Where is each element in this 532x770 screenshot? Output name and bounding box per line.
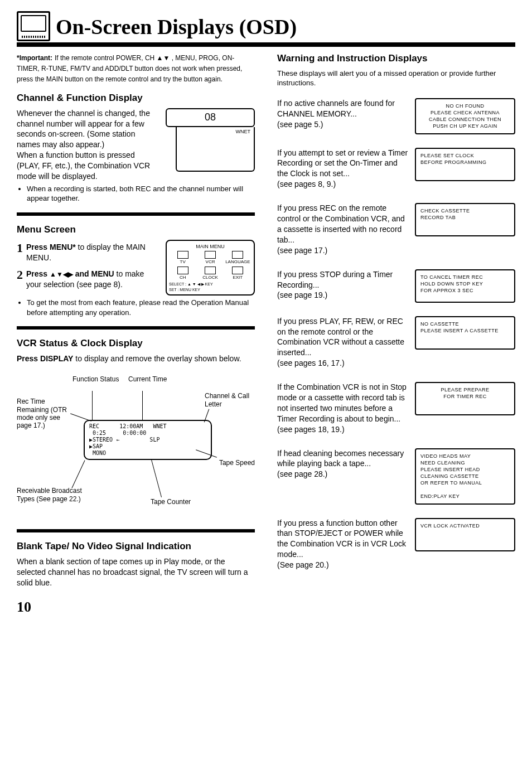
warning-intro: These displays will alert you of a misse…: [277, 69, 515, 88]
osd-message-box: NO CH FOUND PLEASE CHECK ANTENNA CABLE C…: [415, 98, 515, 134]
warning-text: If you press a function button other tha…: [277, 518, 408, 570]
step2-bold-a: Press: [26, 269, 50, 278]
warning-row: If you press a function button other tha…: [277, 518, 515, 570]
menu-footer-2: SET : MENU KEY: [169, 288, 252, 292]
warning-row: If you press REC on the remote control o…: [277, 203, 515, 255]
menu-ch-icon: [177, 267, 188, 274]
menu-label-clock: CLOCK: [202, 275, 218, 280]
vcr-text-rest: to display and remove the overlay shown …: [73, 354, 241, 363]
label-channel-call: Channel & Call Letter: [205, 392, 255, 408]
step2-bold-b: and MENU: [73, 269, 114, 278]
menu-exit-icon: [232, 267, 243, 274]
menu-vcr-icon: [205, 251, 216, 259]
warning-list: If no active channels are found for CHAN…: [277, 98, 515, 570]
warning-text: If you press PLAY, FF, REW, or REC on th…: [277, 316, 408, 369]
channel-call-letters: WNET: [236, 128, 251, 135]
osd-message-box: TO CANCEL TIMER REC HOLD DOWN STOP KEY F…: [415, 269, 515, 303]
label-current-time: Current Time: [128, 375, 167, 383]
menu-footer-1: SELECT : ▲ ▼ ◀ ▶ KEY: [169, 282, 252, 287]
vcr-text-bold: Press DISPLAY: [17, 354, 73, 363]
heading-menu-screen: Menu Screen: [17, 224, 255, 236]
channel-number: 08: [205, 110, 216, 124]
channel-paragraph-2: When a function button is pressed (PLAY,…: [17, 150, 160, 182]
page-header: On-Screen Displays (OSD): [17, 11, 515, 47]
left-column: *Important: If the remote control POWER,…: [17, 52, 255, 617]
menu-language-icon: [232, 251, 243, 259]
warning-text: If you press STOP during a Timer Recordi…: [277, 269, 408, 301]
page-number: 10: [17, 597, 255, 617]
menu-label-language: LANGUAGE: [225, 259, 250, 264]
label-function-status: Function Status: [72, 375, 119, 383]
important-label: *Important:: [17, 54, 52, 62]
screen-line-5: MONO: [89, 450, 206, 457]
warning-text: If you press REC on the remote control o…: [277, 203, 408, 255]
osd-message-box: CHECK CASSETTE RECORD TAB: [415, 203, 515, 236]
screen-line-4: ▶SAP: [89, 443, 206, 450]
heading-warning-displays: Warning and Instruction Displays: [277, 52, 515, 65]
screen-line-1: REC 12:00AM WNET: [89, 423, 206, 430]
warning-text: If the Combination VCR is not in Stop mo…: [277, 382, 408, 434]
step-2: 2 Press ▲▼◀▶ and MENU to make your selec…: [17, 269, 160, 290]
label-tape-speed: Tape Speed: [219, 459, 255, 467]
channel-paragraph-1: Whenever the channel is changed, the cha…: [17, 108, 160, 151]
tv-icon: [17, 11, 50, 41]
menu-label-tv: TV: [180, 259, 186, 264]
menu-label-vcr: VCR: [206, 259, 215, 264]
channel-bullet: When a recording is started, both REC an…: [27, 184, 255, 204]
step-number-1: 1: [17, 242, 23, 263]
warning-text: If you attempt to set or review a Timer …: [277, 148, 408, 190]
warning-row: If head cleaning becomes necessary while…: [277, 448, 515, 505]
menu-clock-icon: [205, 267, 216, 274]
main-menu-diagram: MAIN MENU TV VCR LANGUAGE CH CLOCK EXIT …: [166, 240, 255, 296]
page-title: On-Screen Displays (OSD): [56, 13, 297, 41]
menu-label-exit: EXIT: [233, 275, 243, 280]
right-column: Warning and Instruction Displays These d…: [277, 52, 515, 617]
menu-label-ch: CH: [180, 275, 186, 280]
heading-channel-function: Channel & Function Display: [17, 92, 255, 105]
menu-title: MAIN MENU: [169, 243, 252, 250]
step1-bold: Press MENU*: [26, 243, 76, 251]
warning-row: If you press PLAY, FF, REW, or REC on th…: [277, 316, 515, 369]
channel-display-diagram: 08 WNET: [166, 108, 255, 172]
label-tape-counter: Tape Counter: [151, 498, 191, 506]
warning-row: If the Combination VCR is not in Stop mo…: [277, 382, 515, 434]
arrow-keys-icon: ▲▼◀▶: [50, 270, 73, 278]
osd-message-box: PLEASE SET CLOCK BEFORE PROGRAMMING: [415, 148, 515, 181]
important-note: *Important: If the remote control POWER,…: [17, 52, 255, 84]
screen-line-3: ▶STEREO ← SLP: [89, 437, 206, 443]
osd-message-box: PLEASE PREPARE FOR TIMER REC: [415, 382, 515, 415]
osd-message-box: VCR LOCK ACTIVATED: [415, 518, 515, 551]
vcr-status-diagram: Function Status Current Time Channel & C…: [17, 375, 255, 520]
step-1: 1 Press MENU* to display the MAIN MENU.: [17, 242, 160, 263]
heading-blank-tape: Blank Tape/ No Video Signal Indication: [17, 540, 255, 553]
osd-message-box: NO CASSETTE PLEASE INSERT A CASSETTE: [415, 316, 515, 350]
warning-row: If you press STOP during a Timer Recordi…: [277, 269, 515, 303]
blank-tape-text: When a blank section of tape comes up in…: [17, 556, 255, 588]
warning-text: If head cleaning becomes necessary while…: [277, 448, 408, 480]
warning-row: If you attempt to set or review a Timer …: [277, 148, 515, 190]
screen-line-2: 0:25 0:00:00: [89, 430, 206, 437]
warning-row: If no active channels are found for CHAN…: [277, 98, 515, 134]
menu-bullet: To get the most from each feature, pleas…: [27, 298, 255, 317]
warning-text: If no active channels are found for CHAN…: [277, 98, 408, 130]
osd-message-box: VIDEO HEADS MAY NEED CLEANING PLEASE INS…: [415, 448, 515, 505]
menu-tv-icon: [177, 251, 188, 259]
vcr-status-screen: REC 12:00AM WNET 0:25 0:00:00 ▶STEREO ← …: [84, 420, 212, 460]
label-broadcast-types: Receivable Broadcast Types (See page 22.…: [17, 487, 95, 503]
label-rec-time: Rec Time Remaining (OTR mode only see pa…: [17, 398, 70, 430]
step-number-2: 2: [17, 269, 23, 290]
heading-vcr-status: VCR Status & Clock Display: [17, 337, 255, 350]
